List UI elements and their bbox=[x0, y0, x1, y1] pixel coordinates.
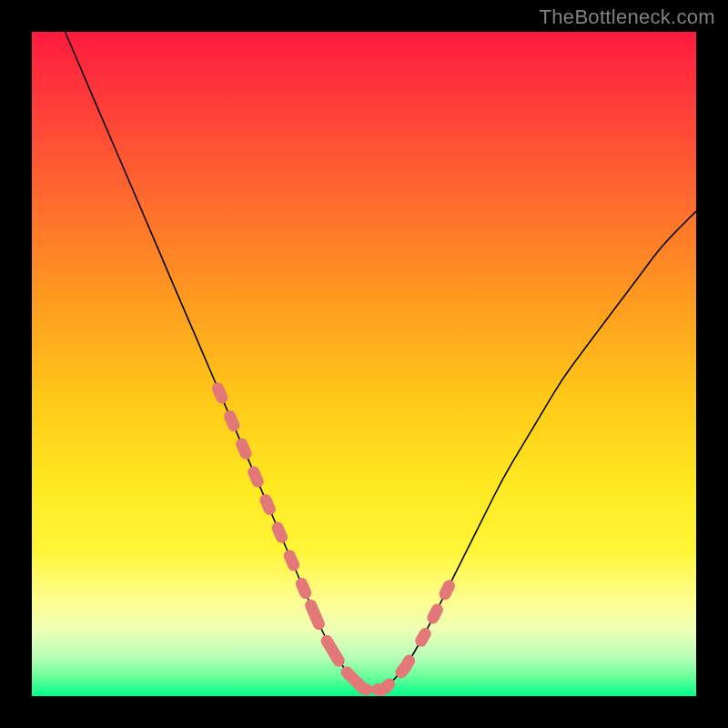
chart-wrapper: TheBottleneck.com bbox=[0, 0, 728, 728]
highlight-trough bbox=[311, 605, 383, 690]
highlight-right-arm bbox=[378, 570, 458, 689]
bottleneck-curve bbox=[66, 32, 697, 690]
attribution-text: TheBottleneck.com bbox=[540, 5, 715, 29]
highlight-dot-layer bbox=[217, 389, 457, 690]
chart-svg-overlay bbox=[32, 32, 696, 696]
